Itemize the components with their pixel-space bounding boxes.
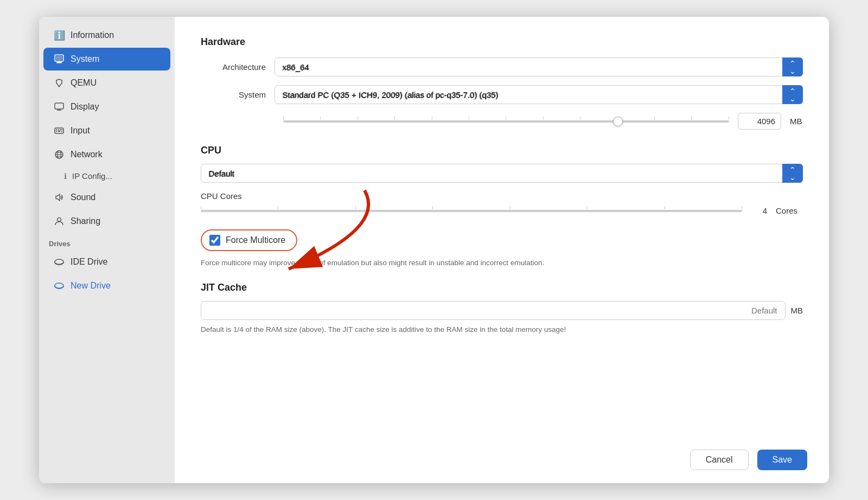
jit-desc: Default is 1/4 of the RAM size (above). … [201,325,803,334]
architecture-row: Architecture x86_64 ⌃⌄ x86_64 [201,57,803,76]
force-multicore-row: Force Multicore [201,229,803,251]
sidebar: ℹ️ Information System QEMU [39,17,175,483]
cpu-row: Default ⌃⌄ Default [201,164,803,183]
svg-rect-9 [60,129,61,130]
system-row: System Standard PC (Q35 + ICH9, 2009) (a… [201,85,803,104]
architecture-dropdown-btn[interactable]: ⌃⌄ [782,57,803,76]
sharing-icon [53,215,65,227]
chevron-down-icon: ⌃⌄ [789,87,796,102]
system-label: System [201,90,266,99]
sidebar-item-display[interactable]: Display [43,95,170,118]
cpu-cores-unit: Cores [776,206,803,215]
hardware-title: Hardware [201,36,803,48]
svg-point-19 [58,218,61,222]
sidebar-item-label: IP Config... [72,171,112,181]
jit-title: JIT Cache [201,282,803,293]
sidebar-item-input[interactable]: Input [43,119,170,142]
force-multicore-checkbox[interactable] [209,235,220,246]
svg-rect-8 [58,129,59,130]
cancel-button[interactable]: Cancel [690,450,749,470]
sidebar-item-sharing[interactable]: Sharing [43,210,170,233]
qemu-icon [53,77,65,89]
input-icon [53,125,65,137]
cpu-cores-value: 4 [751,206,767,215]
svg-rect-12 [58,131,61,132]
sidebar-item-label: New Drive [71,281,111,291]
sidebar-item-label: Input [71,126,90,136]
force-multicore-box: Force Multicore [201,229,297,251]
cpu-cores-slider[interactable] [201,210,742,212]
drives-section-label: Drives [39,233,175,250]
network-icon [53,149,65,161]
save-button[interactable]: Save [757,450,807,470]
system-select-wrapper: Standard PC (Q35 + ICH9, 2009) (alias of… [275,85,803,104]
svg-rect-3 [55,103,63,109]
bottom-bar: Cancel Save [690,450,807,470]
system-icon [53,53,65,65]
jit-input-row: MB [201,301,803,320]
cpu-select[interactable]: Default [201,164,803,183]
jit-section: JIT Cache MB Default is 1/4 of the RAM s… [201,282,803,334]
cpu-select-wrapper: Default ⌃⌄ Default [201,164,803,183]
svg-rect-1 [56,62,62,63]
system-dropdown-btn[interactable]: ⌃⌄ [782,85,803,104]
architecture-select[interactable]: x86_64 [275,57,803,76]
cpu-dropdown-btn[interactable]: ⌃⌄ [782,164,803,183]
ram-unit: MB [790,117,803,126]
sidebar-item-label: QEMU [71,78,97,88]
ram-value[interactable]: 4096 [738,113,781,130]
cpu-cores-label: CPU Cores [201,191,803,201]
sidebar-item-ide-drive[interactable]: IDE Drive [43,251,170,273]
sidebar-item-qemu[interactable]: QEMU [43,72,170,94]
sidebar-item-label: IDE Drive [71,257,107,267]
svg-rect-10 [61,129,62,130]
sound-icon [53,191,65,203]
main-content: Hardware Architecture x86_64 ⌃⌄ x86_64 S… [175,17,829,483]
architecture-select-wrapper: x86_64 ⌃⌄ x86_64 [275,57,803,76]
cpu-cores-row: 4 Cores [201,206,803,215]
cpu-title: CPU [201,145,803,156]
ide-drive-icon [53,256,65,268]
sidebar-item-sound[interactable]: Sound [43,186,170,209]
display-icon [53,101,65,113]
sidebar-item-system[interactable]: System [43,48,170,70]
chevron-down-icon: ⌃⌄ [789,60,796,75]
architecture-label: Architecture [201,62,266,72]
new-drive-icon [53,280,65,292]
sidebar-item-information[interactable]: ℹ️ Information [43,24,170,47]
ip-config-icon: ℹ [64,172,67,181]
sidebar-item-label: Sharing [71,216,100,226]
sidebar-item-new-drive[interactable]: New Drive [43,274,170,297]
svg-rect-2 [56,56,62,60]
sidebar-item-label: Information [71,30,114,40]
sidebar-item-label: Sound [71,193,95,202]
jit-unit: MB [791,306,803,315]
system-select[interactable]: Standard PC (Q35 + ICH9, 2009) (alias of… [275,85,803,104]
force-multicore-desc: Force multicore may improve speed of emu… [201,259,803,267]
jit-input[interactable] [201,301,786,320]
ram-slider-row: 4096 MB [201,113,803,130]
force-multicore-label[interactable]: Force Multicore [226,235,285,245]
ram-slider-thumb[interactable] [613,117,623,126]
chevron-down-icon: ⌃⌄ [789,166,796,181]
sidebar-item-label: Display [71,102,99,112]
sidebar-item-network[interactable]: Network [43,143,170,166]
sidebar-item-label: Network [71,150,103,159]
svg-rect-7 [56,129,57,130]
sidebar-item-label: System [71,54,99,64]
ram-slider-track[interactable] [283,120,729,123]
sidebar-item-ip-config[interactable]: ℹ IP Config... [43,167,170,185]
svg-rect-13 [61,131,62,132]
information-icon: ℹ️ [53,29,65,41]
svg-rect-11 [56,131,57,132]
